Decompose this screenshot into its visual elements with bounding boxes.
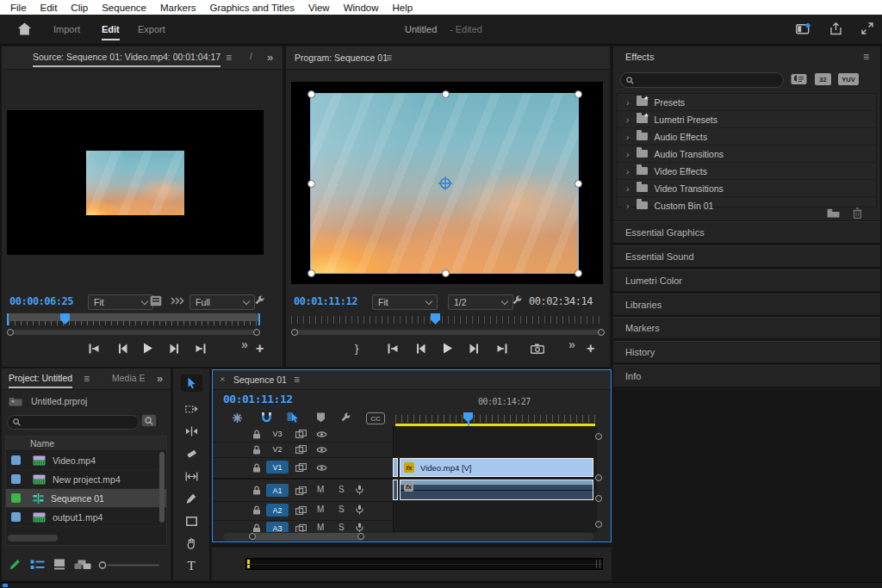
anchor-point-icon[interactable]: [438, 176, 453, 191]
effects-32bit-icon[interactable]: 32: [815, 73, 831, 85]
list-view-button[interactable]: [30, 560, 45, 570]
panel-essential-sound[interactable]: Essential Sound: [613, 245, 880, 268]
program-more-controls-icon[interactable]: »: [568, 337, 575, 351]
track-label-a2[interactable]: A2: [266, 504, 289, 517]
selection-handle-bottom-left[interactable]: [307, 269, 315, 277]
project-panel-menu-icon[interactable]: ≡: [84, 373, 90, 385]
accelerated-effects-icon[interactable]: [791, 73, 807, 85]
solo-button[interactable]: S: [339, 485, 345, 494]
mute-button[interactable]: M: [317, 504, 324, 514]
menu-sequence[interactable]: Sequence: [95, 3, 153, 13]
selection-handle-mid-right[interactable]: [575, 180, 582, 188]
mic-icon[interactable]: [356, 504, 363, 515]
program-scrubber[interactable]: [291, 313, 605, 325]
mute-button[interactable]: M: [317, 523, 324, 532]
new-custom-bin-icon[interactable]: [827, 208, 840, 218]
program-step-back-button[interactable]: [415, 344, 426, 354]
panel-history[interactable]: History: [613, 341, 880, 363]
source-scrubber[interactable]: [7, 313, 260, 325]
project-search[interactable]: [7, 415, 140, 430]
icon-view-button[interactable]: [53, 559, 65, 570]
captions-icon[interactable]: CC: [366, 412, 385, 424]
panel-markers[interactable]: Markers: [613, 317, 880, 339]
source-more-controls-icon[interactable]: »: [241, 337, 248, 351]
track-scroll-handle[interactable]: [595, 521, 602, 528]
mic-icon[interactable]: [356, 523, 363, 532]
source-resolution-select[interactable]: Full: [189, 294, 255, 310]
label-swatch[interactable]: [11, 512, 21, 522]
program-zoombar[interactable]: [291, 328, 605, 337]
sync-lock-icon[interactable]: [295, 486, 307, 495]
sync-lock-icon[interactable]: [295, 445, 307, 454]
label-swatch[interactable]: [11, 493, 21, 503]
fullscreen-icon[interactable]: [861, 22, 873, 34]
clip-selection-overlay[interactable]: [310, 93, 579, 274]
sync-lock-icon[interactable]: [295, 506, 307, 515]
solo-button[interactable]: S: [339, 523, 345, 532]
program-go-to-out-button[interactable]: [496, 344, 508, 354]
sync-lock-icon[interactable]: [295, 524, 307, 532]
source-play-button[interactable]: [141, 342, 154, 355]
mic-icon[interactable]: [356, 485, 363, 495]
slip-tool[interactable]: [173, 467, 209, 486]
delete-bin-icon[interactable]: [853, 207, 862, 219]
timeline-tab[interactable]: Sequence 01: [233, 374, 287, 385]
snap-magnet-icon[interactable]: [261, 412, 272, 424]
pen-tool[interactable]: [173, 489, 209, 508]
selection-handle-mid-left[interactable]: [307, 180, 315, 188]
source-zoombar-left-handle[interactable]: [7, 329, 14, 336]
selection-handle-top-right[interactable]: [575, 90, 582, 98]
project-file-name[interactable]: Untitled.prproj: [31, 396, 87, 406]
bin-item-sequence-01[interactable]: Sequence 01: [6, 489, 166, 508]
source-panel-menu-icon[interactable]: ≡: [226, 52, 232, 64]
audio-clip[interactable]: fx: [400, 480, 593, 500]
bin-item-output1-mp4[interactable]: output1.mp4: [6, 508, 166, 527]
track-scroll-handle[interactable]: [595, 495, 602, 502]
timeline-panel-menu-icon[interactable]: ≡: [294, 374, 300, 386]
panel-lumetri-color[interactable]: Lumetri Color: [613, 269, 880, 292]
selection-handle-bottom-center[interactable]: [442, 269, 450, 277]
program-play-button[interactable]: [441, 342, 454, 355]
track-select-forward-tool[interactable]: [173, 399, 209, 418]
track-output-eye-icon[interactable]: [316, 446, 327, 454]
search-bin-icon[interactable]: [141, 414, 157, 427]
project-more-panels-icon[interactable]: »: [157, 372, 163, 385]
source-more-panels-icon[interactable]: »: [267, 51, 273, 64]
chevron-right-icon[interactable]: ›: [626, 97, 630, 108]
effects-folder-presets[interactable]: › ★ Presets: [618, 94, 876, 111]
ripple-edit-tool[interactable]: [173, 422, 209, 441]
program-zoom-select[interactable]: Fit: [372, 294, 438, 310]
label-swatch[interactable]: [11, 455, 21, 465]
bin-item-video-mp4[interactable]: Video.mp4: [6, 451, 166, 470]
menu-graphics-titles[interactable]: Graphics and Titles: [203, 3, 301, 13]
scrollbar-zoom-handle-left[interactable]: [249, 533, 256, 540]
source-settings-icon[interactable]: [150, 295, 162, 306]
selection-tool[interactable]: [173, 374, 209, 393]
source-timecode[interactable]: 00:00:06:25: [9, 295, 73, 307]
effects-folder-audio-transitions[interactable]: › Audio Transitions: [618, 145, 876, 163]
source-add-button[interactable]: +: [256, 341, 264, 356]
media-browser-tab[interactable]: Media E: [112, 373, 146, 383]
bin-item-new-project-mp4[interactable]: New project.mp4: [6, 470, 166, 489]
effects-folder-lumetri-presets[interactable]: › ★ Lumetri Presets: [618, 111, 876, 128]
effects-folder-video-effects[interactable]: › Video Effects: [618, 163, 876, 180]
panel-essential-graphics[interactable]: Essential Graphics: [613, 221, 880, 244]
sync-lock-icon[interactable]: [295, 430, 307, 438]
mute-button[interactable]: M: [317, 485, 324, 494]
audio-clip-fragment[interactable]: [393, 480, 398, 500]
workspace-icon[interactable]: [796, 23, 811, 34]
track-label-a3[interactable]: A3: [266, 522, 289, 532]
up-one-level-icon[interactable]: [9, 396, 22, 406]
selection-handle-top-left[interactable]: [307, 90, 315, 98]
program-export-frame-button[interactable]: [531, 344, 544, 354]
source-step-back-button[interactable]: [117, 344, 128, 354]
menu-file[interactable]: File: [3, 3, 34, 13]
menu-clip[interactable]: Clip: [64, 3, 95, 13]
source-zoom-select[interactable]: Fit: [88, 294, 153, 310]
program-step-forward-button[interactable]: [469, 344, 480, 354]
project-search-input[interactable]: [24, 417, 134, 428]
lock-icon[interactable]: [252, 463, 261, 473]
tab-import[interactable]: Import: [53, 24, 80, 34]
tab-edit[interactable]: Edit: [102, 24, 120, 40]
menu-edit[interactable]: Edit: [34, 3, 65, 13]
